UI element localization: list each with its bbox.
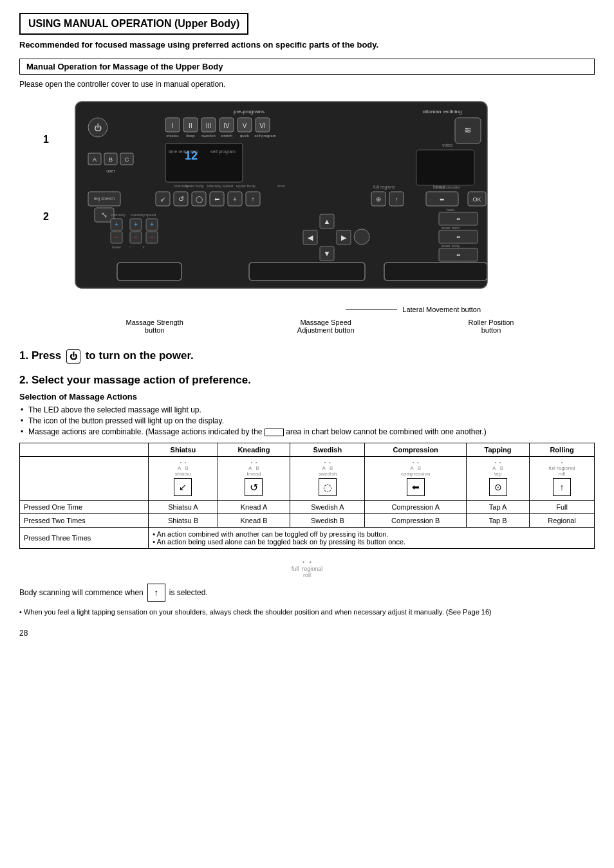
step1-title: 1. Press ⏻ to turn on the power.	[19, 349, 595, 364]
svg-rect-30	[416, 150, 474, 185]
svg-text:⬌: ⬌	[456, 252, 461, 258]
svg-text:↺: ↺	[178, 195, 184, 203]
svg-text:+: +	[150, 220, 154, 228]
pressed-three-label: Pressed Three Times	[20, 528, 149, 549]
icon-rolling: • full regional roll ↑	[530, 457, 595, 501]
roll-icon-labels: • • full regional roll	[19, 559, 595, 578]
icon-compression: • • A B compression ⬅	[365, 457, 467, 501]
pressed-one-shiatsu: Shiatsu A	[149, 501, 218, 514]
step2-subtitle: Selection of Massage Actions	[19, 392, 595, 402]
lateral-movement-label: Lateral Movement button	[402, 306, 481, 313]
svg-text:time: time	[277, 184, 285, 188]
page-number: 28	[19, 629, 595, 638]
svg-rect-108	[384, 263, 487, 281]
tap-icon: ⊙	[489, 478, 507, 496]
svg-text:○: ○	[129, 245, 131, 249]
pressed-two-swedish: Swedish B	[290, 514, 365, 528]
svg-text:deep: deep	[186, 134, 195, 138]
svg-text:−: −	[115, 233, 118, 241]
bottom-label-strength: Massage Strengthbutton	[126, 319, 183, 334]
body-scan-suffix: is selected.	[169, 588, 208, 597]
col-rolling: Rolling	[530, 443, 595, 457]
svg-text:+: +	[233, 196, 237, 203]
icon-row: • • A B shiatsu ↙ • • A B knead ↺ • • A	[20, 457, 595, 501]
bottom-label-speed: Massage SpeedAdjustment button	[297, 319, 355, 334]
diagram-section: 1 2 pre-programs ottoman reclining ⏻ I	[19, 95, 595, 334]
svg-text:lateral: lateral	[433, 185, 445, 189]
step2-title: 2. Select your massage action of prefere…	[19, 374, 595, 387]
svg-text:VI: VI	[259, 122, 265, 129]
ctrl-container: pre-programs ottoman reclining ⏻ I II II…	[69, 95, 481, 313]
svg-text:↑: ↑	[395, 196, 398, 203]
col-kneading: Kneading	[218, 443, 290, 457]
svg-text:↑: ↑	[252, 196, 255, 203]
svg-text:+: +	[115, 220, 118, 228]
bullet-3: Massage actions are combinable. (Massage…	[19, 427, 595, 436]
svg-text:full regions: full regions	[373, 185, 395, 190]
main-title: USING MANUAL OPERATION (Upper Body)	[28, 18, 239, 29]
svg-text:⬌: ⬌	[456, 216, 461, 222]
svg-text:≋: ≋	[464, 125, 472, 135]
svg-text:back: back	[447, 208, 456, 212]
svg-text:⬌: ⬌	[440, 196, 445, 203]
page-container: USING MANUAL OPERATION (Upper Body) Reco…	[19, 13, 595, 638]
compression-icon: ⬅	[407, 478, 425, 496]
col-empty	[20, 443, 149, 457]
body-scan-prefix: Body scanning will commence when	[19, 588, 144, 597]
pressed-one-roll: Full	[530, 501, 595, 514]
bottom-labels: Massage Strengthbutton Massage SpeedAdju…	[69, 319, 571, 334]
svg-text:−: −	[134, 233, 138, 241]
svg-text:v: v	[143, 245, 145, 249]
subtitle: Recommended for focused massage using pr…	[19, 40, 595, 50]
svg-text:I: I	[172, 122, 174, 129]
svg-text:lower body: lower body	[441, 244, 460, 248]
diagram-label-2: 2	[43, 211, 49, 223]
col-compression: Compression	[365, 443, 467, 457]
svg-text:intensity: intensity	[131, 213, 145, 217]
svg-text:ottoman reclining: ottoman reclining	[423, 109, 462, 115]
lateral-line	[346, 309, 397, 310]
scan-icon: ↑	[147, 584, 165, 602]
pressed-one-compression: Compression A	[365, 501, 467, 514]
step1-section: 1. Press ⏻ to turn on the power.	[19, 349, 595, 364]
svg-text:⬅: ⬅	[214, 196, 219, 203]
svg-text:time remaining: time remaining	[169, 149, 198, 154]
step2-section: 2. Select your massage action of prefere…	[19, 374, 595, 616]
svg-text:voice: voice	[442, 143, 452, 147]
main-title-box: USING MANUAL OPERATION (Upper Body)	[19, 13, 248, 35]
pressed-one-knead: Knead A	[218, 501, 290, 514]
pressed-two-tap: Tap B	[466, 514, 529, 528]
svg-text:⏻: ⏻	[94, 124, 102, 133]
svg-text:A: A	[93, 156, 97, 163]
power-button-icon: ⏻	[66, 349, 80, 364]
roll-icon: ↑	[553, 478, 571, 496]
knead-icon: ↺	[245, 478, 263, 496]
svg-text:II: II	[189, 122, 192, 129]
svg-text:self program: self program	[210, 149, 236, 154]
shiatsu-icon: ↙	[174, 478, 192, 496]
icon-kneading: • • A B knead ↺	[218, 457, 290, 501]
svg-text:OK: OK	[472, 196, 481, 203]
svg-text:C: C	[125, 156, 129, 163]
svg-text:V: V	[243, 122, 247, 129]
bottom-label-roller: Roller Positionbutton	[469, 319, 514, 334]
svg-text:self program: self program	[254, 134, 275, 138]
col-shiatsu: Shiatsu	[149, 443, 218, 457]
svg-text:intensity speed: intensity speed	[207, 184, 233, 188]
intro-text: Please open the controller cover to use …	[19, 80, 595, 89]
svg-text:lower: lower	[112, 245, 121, 249]
icon-tapping: • • A B tap ⊙	[466, 457, 529, 501]
col-swedish: Swedish	[290, 443, 365, 457]
svg-text:lower back: lower back	[442, 226, 461, 230]
pressed-two-row: Pressed Two Times Shiatsu B Knead B Swed…	[20, 514, 595, 528]
controller-svg: pre-programs ottoman reclining ⏻ I II II…	[69, 95, 507, 301]
svg-text:B: B	[109, 156, 113, 163]
svg-text:◯: ◯	[196, 196, 203, 203]
svg-text:▼: ▼	[324, 250, 331, 257]
pressed-one-tap: Tap A	[466, 501, 529, 514]
svg-text:lower body: lower body	[185, 184, 203, 188]
svg-text:leg stretch: leg stretch	[94, 196, 115, 201]
svg-text:pre-programs: pre-programs	[234, 109, 265, 115]
pressed-three-row: Pressed Three Times • An action combined…	[20, 528, 595, 549]
svg-text:↙: ↙	[160, 196, 165, 203]
